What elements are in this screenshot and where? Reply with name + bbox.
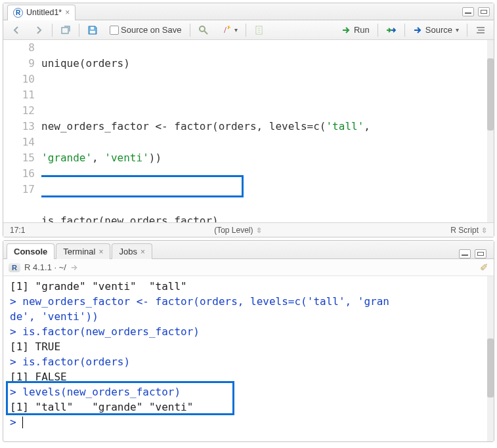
code-text[interactable]: unique(orders) new_orders_factor <- fact… (41, 40, 487, 222)
separator (52, 24, 53, 37)
chevron-down-icon: ▾ (456, 26, 459, 33)
r-version-path: R 4.1.1 · ~/ (24, 262, 66, 272)
console-output[interactable]: [1] "grande" "venti" "tall" > new_orders… (3, 276, 494, 441)
editor-scrollbar[interactable] (487, 40, 494, 222)
tab-terminal[interactable]: Terminal × (56, 243, 110, 259)
r-logo-icon: R (9, 263, 20, 272)
console-pane: Console Terminal × Jobs × R R 4.1.1 · ~/… (3, 240, 494, 442)
svg-rect-0 (62, 28, 68, 33)
run-button[interactable]: Run (337, 23, 374, 37)
console-tabbar: Console Terminal × Jobs × (3, 241, 494, 259)
code-tools-button[interactable]: ▾ (217, 23, 242, 37)
pane-window-controls (459, 249, 486, 258)
cursor-position: 17:1 (10, 226, 25, 235)
outline-button[interactable] (471, 23, 490, 37)
console-scrollbar[interactable] (487, 276, 494, 441)
highlight-box-editor (41, 175, 244, 197)
line-number-gutter: 8 9 10 11 12 13 14 15 16 17 (3, 40, 41, 222)
svg-rect-2 (91, 27, 94, 30)
maximize-icon[interactable] (478, 7, 490, 16)
compile-report-button[interactable] (250, 23, 269, 37)
svg-line-4 (204, 31, 207, 34)
scrollbar-thumb[interactable] (487, 58, 494, 131)
pane-window-controls (462, 7, 490, 16)
editor-toolbar: Source on Save ▾ Run Source ▾ (3, 20, 494, 40)
checkbox-icon (110, 26, 119, 35)
svg-point-3 (200, 26, 205, 31)
maximize-icon[interactable] (475, 249, 486, 258)
separator (246, 24, 246, 37)
svg-point-5 (228, 26, 230, 27)
separator (79, 24, 79, 37)
file-tab-untitled1[interactable]: R Untitled1* × (7, 5, 76, 20)
scrollbar-thumb[interactable] (487, 338, 494, 397)
code-editor[interactable]: 8 9 10 11 12 13 14 15 16 17 unique(order… (3, 40, 494, 222)
forward-button[interactable] (30, 23, 48, 37)
source-on-save-label: Source on Save (121, 25, 182, 35)
show-in-new-window-button[interactable] (56, 23, 75, 37)
chevron-down-icon: ▾ (234, 26, 238, 33)
close-icon[interactable]: × (65, 8, 70, 17)
separator (190, 24, 190, 37)
clear-console-icon[interactable]: ✐ (480, 262, 488, 274)
source-label: Source (425, 25, 452, 35)
highlight-box-console (6, 381, 234, 415)
back-button[interactable] (7, 23, 26, 37)
console-subheader: R R 4.1.1 · ~/ ✐ (3, 259, 494, 276)
source-on-save-toggle[interactable]: Source on Save (106, 23, 186, 37)
close-icon[interactable]: × (140, 247, 145, 256)
rerun-button[interactable] (382, 23, 400, 37)
run-label: Run (354, 25, 370, 35)
r-file-icon: R (13, 8, 23, 18)
source-editor-pane: R Untitled1* × Source on Save (3, 3, 494, 237)
updown-icon (256, 226, 262, 235)
scope-indicator[interactable]: (Top Level) (214, 226, 253, 235)
editor-status-bar: 17:1 (Top Level) R Script (3, 222, 494, 237)
find-button[interactable] (194, 23, 213, 37)
minimize-icon[interactable] (459, 249, 471, 258)
tab-jobs[interactable]: Jobs × (112, 243, 152, 259)
separator (378, 24, 378, 37)
tab-console[interactable]: Console (7, 243, 54, 259)
updown-icon (481, 226, 487, 235)
source-button[interactable]: Source ▾ (409, 23, 463, 37)
separator (467, 24, 467, 37)
close-icon[interactable]: × (98, 247, 103, 256)
file-type-indicator[interactable]: R Script (450, 226, 479, 235)
go-to-dir-icon[interactable] (70, 263, 79, 272)
cursor (22, 417, 23, 428)
editor-tabbar: R Untitled1* × (3, 3, 494, 20)
minimize-icon[interactable] (462, 7, 474, 16)
file-tab-title: Untitled1* (26, 8, 62, 17)
save-button[interactable] (83, 23, 102, 37)
svg-point-6 (229, 27, 230, 28)
separator (404, 24, 405, 37)
svg-rect-1 (90, 31, 95, 33)
